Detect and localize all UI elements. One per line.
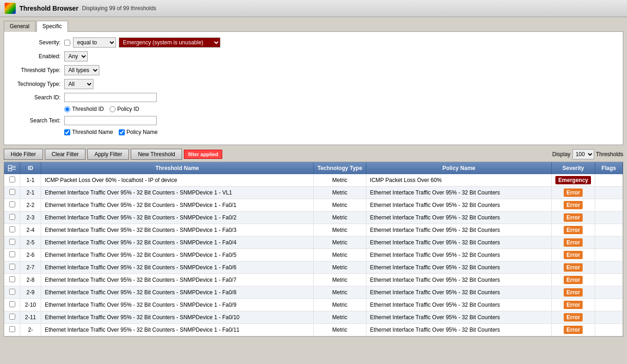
search-text-input[interactable] [64,116,157,125]
row-id: 2-3 [20,212,41,224]
apply-filter-button[interactable]: Apply Filter [87,149,129,160]
filter-checkbox-row: Threshold Name Policy Name [10,129,617,135]
severity-operator-select[interactable]: equal to not equal to [73,37,116,48]
row-checkbox-cell [4,286,20,299]
row-checkbox[interactable] [9,264,15,270]
radio-policy-id-label[interactable]: Policy ID [110,106,139,112]
row-checkbox[interactable] [9,226,15,232]
row-threshold-name: ICMP Packet Loss Over 60% - localhost - … [41,174,314,187]
row-severity: Error [552,237,595,249]
severity-badge: Error [564,213,583,222]
row-tech-type: Metric [313,224,366,237]
row-id: 2-10 [20,299,41,311]
table-row: 2-9 Ethernet Interface Traffic Over 95% … [4,286,623,299]
row-tech-type: Metric [313,274,366,286]
tab-general[interactable]: General [4,21,36,32]
row-severity: Error [552,212,595,224]
row-checkbox-cell [4,224,20,237]
clear-filter-button[interactable]: Clear Filter [45,149,86,160]
row-severity: Error [552,286,595,299]
row-severity: Error [552,274,595,286]
row-policy-name: Ethernet Interface Traffic Over 95% - 32… [366,187,551,199]
row-policy-name: Ethernet Interface Traffic Over 95% - 32… [366,324,551,336]
select-all-icon[interactable] [8,165,16,171]
row-flags [595,324,623,336]
cb-threshold-name-label[interactable]: Threshold Name [64,129,113,135]
row-checkbox[interactable] [9,214,15,220]
severity-label: Severity: [10,39,61,46]
row-threshold-name: Ethernet Interface Traffic Over 95% - 32… [41,274,314,286]
cb-policy-name[interactable] [119,129,125,135]
table-row: 2-4 Ethernet Interface Traffic Over 95% … [4,224,623,237]
enabled-label: Enabled: [10,53,61,60]
row-threshold-name: Ethernet Interface Traffic Over 95% - 32… [41,261,314,274]
radio-threshold-id-label[interactable]: Threshold ID [64,106,104,112]
row-id: 2-4 [20,224,41,237]
row-flags [595,261,623,274]
table-row: 1-1 ICMP Packet Loss Over 60% - localhos… [4,174,623,187]
hide-filter-button[interactable]: Hide Filter [4,149,43,160]
row-severity: Error [552,224,595,237]
row-severity: Emergency [552,174,595,187]
row-checkbox[interactable] [9,326,15,332]
row-checkbox-cell [4,274,20,286]
row-tech-type: Metric [313,324,366,336]
row-threshold-name: Ethernet Interface Traffic Over 95% - 32… [41,299,314,311]
row-checkbox[interactable] [9,289,15,295]
severity-badge: Error [564,188,583,197]
severity-badge: Error [564,226,583,234]
row-threshold-name: Ethernet Interface Traffic Over 95% - 32… [41,249,314,261]
filter-panel: Severity: equal to not equal to Emergenc… [4,31,623,145]
row-policy-name: Ethernet Interface Traffic Over 95% - 32… [366,237,551,249]
cb-threshold-name[interactable] [64,129,70,135]
technology-type-select[interactable]: All Metric Event [64,79,93,89]
row-severity: Error [552,199,595,212]
row-flags [595,199,623,212]
threshold-type-select[interactable]: All types Metric Event [64,65,99,75]
row-flags [595,311,623,324]
row-checkbox[interactable] [9,189,15,195]
row-checkbox[interactable] [9,314,15,320]
th-flags: Flags [595,162,623,174]
row-policy-name: ICMP Packet Loss Over 60% [366,174,551,187]
severity-badge: Error [564,263,583,272]
cb-policy-name-label[interactable]: Policy Name [119,129,158,135]
row-policy-name: Ethernet Interface Traffic Over 95% - 32… [366,274,551,286]
severity-badge: Error [564,251,583,259]
thresholds-label: Thresholds [596,151,623,158]
technology-type-label: Technology Type: [10,81,61,87]
row-tech-type: Metric [313,311,366,324]
row-checkbox-cell [4,237,20,249]
threshold-type-label: Threshold Type: [10,67,61,73]
row-checkbox-cell [4,212,20,224]
severity-checkbox[interactable] [64,40,70,46]
row-tech-type: Metric [313,187,366,199]
row-checkbox[interactable] [9,301,15,307]
row-checkbox[interactable] [9,239,15,245]
radio-policy-id[interactable] [110,106,116,112]
threshold-table-container: ID Threshold Name Technology Type Policy… [4,162,623,337]
row-checkbox[interactable] [9,276,15,282]
table-row: 2-5 Ethernet Interface Traffic Over 95% … [4,237,623,249]
new-threshold-button[interactable]: New Threshold [131,149,182,160]
radio-threshold-id[interactable] [64,106,70,112]
display-count-select[interactable]: 25 50 100 200 500 [572,149,594,159]
search-id-input[interactable] [64,93,157,102]
search-type-radio-group: Threshold ID Policy ID [64,106,139,112]
row-tech-type: Metric [313,286,366,299]
row-severity: Error [552,311,595,324]
row-severity: Error [552,261,595,274]
row-checkbox[interactable] [9,251,15,257]
th-technology-type: Technology Type [313,162,366,174]
severity-value-select[interactable]: Emergency (system is unusable) Alert Cri… [119,37,220,48]
filter-enabled-row: Enabled: Any Yes No [10,51,617,61]
row-checkbox[interactable] [9,176,15,182]
row-id: 2-8 [20,274,41,286]
tab-specific[interactable]: Specific [37,21,68,32]
row-checkbox-cell [4,299,20,311]
enabled-select[interactable]: Any Yes No [64,51,88,61]
table-row: 2-2 Ethernet Interface Traffic Over 95% … [4,199,623,212]
toolbar: Hide Filter Clear Filter Apply Filter Ne… [4,149,623,160]
row-checkbox[interactable] [9,201,15,207]
search-text-label: Search Text: [10,117,61,124]
